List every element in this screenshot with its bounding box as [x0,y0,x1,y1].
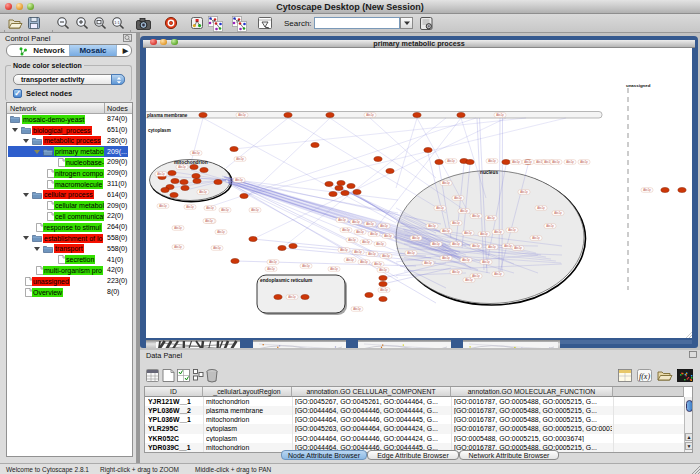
svg-text:Abc1p: Abc1p [330,267,338,271]
svg-text:Abc1p: Abc1p [424,261,432,265]
svg-text:Abc1p: Abc1p [494,272,502,276]
svg-text:Abc1p: Abc1p [472,214,480,218]
svg-text:Abc1p: Abc1p [496,113,504,117]
svg-text:Abc1p: Abc1p [235,178,243,182]
svg-text:Abc1p: Abc1p [217,230,225,234]
svg-text:Abc1p: Abc1p [442,256,450,260]
svg-text:Abc1p: Abc1p [366,113,374,117]
svg-text:Abc1p: Abc1p [338,218,346,222]
svg-text:Abc1p: Abc1p [546,224,554,228]
svg-text:Abc1p: Abc1p [205,219,213,223]
svg-text:Abc1p: Abc1p [340,248,348,252]
svg-text:Abc1p: Abc1p [174,245,182,249]
svg-text:Abc1p: Abc1p [512,160,520,164]
svg-text:Abc1p: Abc1p [366,222,374,226]
svg-text:Abc1p: Abc1p [342,228,350,232]
svg-text:Abc1p: Abc1p [199,190,207,194]
svg-text:Abc1p: Abc1p [442,229,450,233]
svg-text:Abc1p: Abc1p [494,230,502,234]
svg-text:Abc1p: Abc1p [384,234,392,238]
svg-text:Abc1p: Abc1p [454,196,462,200]
svg-text:Abc1p: Abc1p [412,236,420,240]
svg-text:Abc1p: Abc1p [178,165,186,169]
svg-text:Abc1p: Abc1p [520,190,528,194]
svg-text:1:1: 1:1 [114,20,120,25]
svg-text:Abc1p: Abc1p [487,216,495,220]
svg-text:Abc1p: Abc1p [447,159,455,163]
svg-text:Abc1p: Abc1p [157,172,165,176]
svg-text:Abc1p: Abc1p [238,113,246,117]
svg-text:Abc1p: Abc1p [643,188,651,192]
svg-text:Abc1p: Abc1p [432,242,440,246]
svg-text:Abc1p: Abc1p [353,307,361,311]
svg-text:Abc1p: Abc1p [462,258,470,262]
svg-text:f(x): f(x) [639,372,650,381]
svg-text:Abc1p: Abc1p [452,242,460,246]
svg-text:Abc1p: Abc1p [269,260,277,264]
svg-text:Abc1p: Abc1p [537,206,545,210]
svg-text:Abc1p: Abc1p [221,208,229,212]
svg-text:Abc1p: Abc1p [488,245,496,249]
svg-text:Abc1p: Abc1p [360,260,368,264]
svg-text:Abc1p: Abc1p [436,206,444,210]
svg-text:Abc1p: Abc1p [213,246,221,250]
svg-text:Abc1p: Abc1p [368,252,376,256]
svg-text:Abc1p: Abc1p [352,220,360,224]
svg-text:Abc1p: Abc1p [532,236,540,240]
svg-text:Abc1p: Abc1p [251,208,259,212]
svg-text:Abc1p: Abc1p [370,232,378,236]
svg-text:Abc1p: Abc1p [382,254,390,258]
svg-text:Abc1p: Abc1p [482,260,490,264]
svg-text:Abc1p: Abc1p [206,206,214,210]
svg-text:plasma membrane: plasma membrane [147,113,188,118]
svg-text:Abc1p: Abc1p [428,224,436,228]
svg-text:Abc1p: Abc1p [580,160,588,164]
svg-text:Abc1p: Abc1p [380,288,388,292]
svg-text:Abc1p: Abc1p [288,295,296,299]
svg-text:Abc1p: Abc1p [460,209,468,213]
svg-text:unassigned: unassigned [626,83,651,88]
svg-text:Abc1p: Abc1p [472,244,480,248]
svg-text:Abc1p: Abc1p [174,226,182,230]
svg-text:Abc1p: Abc1p [452,221,460,225]
svg-text:Abc1p: Abc1p [472,274,480,278]
svg-text:cytoplasm: cytoplasm [148,128,171,133]
svg-text:Abc1p: Abc1p [354,250,362,254]
svg-text:Abc1p: Abc1p [465,278,473,282]
svg-text:Abc1p: Abc1p [186,205,194,209]
svg-text:Abc1p: Abc1p [504,244,512,248]
svg-text:Abc1p: Abc1p [379,268,387,272]
svg-text:Abc1p: Abc1p [356,230,364,234]
svg-text:Abc1p: Abc1p [566,160,574,164]
svg-text:endoplasmic reticulum: endoplasmic reticulum [260,278,312,283]
svg-text:Abc1p: Abc1p [464,231,472,235]
svg-text:Abc1p: Abc1p [159,204,167,208]
svg-text:Abc1p: Abc1p [442,181,450,185]
svg-text:Abc1p: Abc1p [552,160,560,164]
svg-text:nucleus: nucleus [480,170,498,175]
svg-text:Abc1p: Abc1p [480,232,488,236]
svg-text:Abc1p: Abc1p [508,228,516,232]
svg-text:Abc1p: Abc1p [374,262,382,266]
svg-text:Abc1p: Abc1p [267,267,275,271]
svg-text:Abc1p: Abc1p [376,242,384,246]
svg-text:Abc1p: Abc1p [524,160,532,164]
svg-text:Abc1p: Abc1p [348,238,356,242]
svg-text:Abc1p: Abc1p [380,224,388,228]
svg-text:Abc1p: Abc1p [346,258,354,262]
svg-text:Abc1p: Abc1p [236,157,244,161]
svg-text:Abc1p: Abc1p [407,251,415,255]
svg-text:Abc1p: Abc1p [452,270,460,274]
svg-text:Abc1p: Abc1p [192,151,200,155]
svg-text:Abc1p: Abc1p [362,240,370,244]
svg-text:Abc1p: Abc1p [488,159,496,163]
svg-text:Abc1p: Abc1p [514,246,522,250]
svg-text:Abc1p: Abc1p [302,264,310,268]
svg-text:Abc1p: Abc1p [554,211,562,215]
